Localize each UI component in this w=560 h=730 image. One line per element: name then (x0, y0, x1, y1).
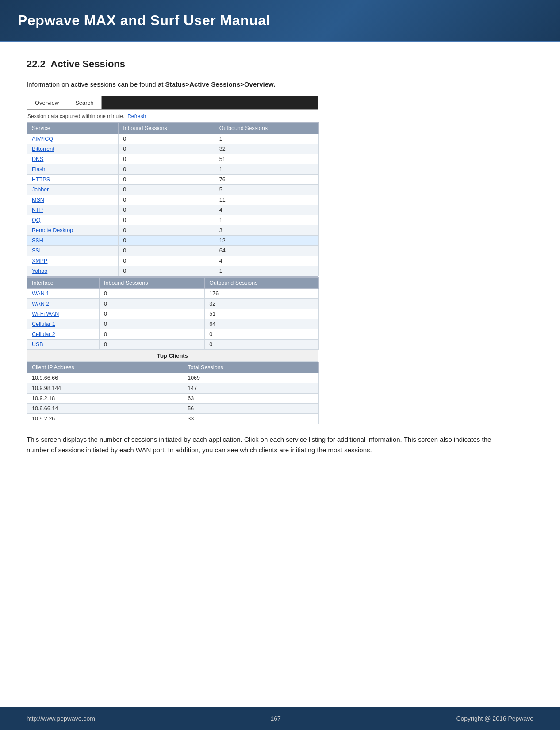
client-sessions: 63 (183, 394, 319, 404)
client-table-row: 10.9.66.14 56 (27, 404, 319, 414)
client-ip: 10.9.2.26 (27, 414, 183, 424)
service-link[interactable]: DNS (32, 156, 43, 162)
service-link[interactable]: MSN (32, 197, 44, 203)
interface-outbound: 0 (205, 340, 319, 350)
interface-link[interactable]: Cellular 1 (32, 321, 55, 327)
service-link[interactable]: Yahoo (32, 268, 47, 274)
service-name: Yahoo (27, 266, 119, 276)
client-table-row: 10.9.2.26 33 (27, 414, 319, 424)
service-link[interactable]: Flash (32, 166, 46, 172)
service-table-row: SSH 0 12 (27, 236, 319, 246)
inbound-value: 0 (119, 195, 215, 205)
footer-url[interactable]: http://www.pepwave.com (27, 715, 95, 722)
total-sessions-header: Total Sessions (183, 362, 319, 373)
service-table-row: DNS 0 51 (27, 154, 319, 164)
service-link[interactable]: SSL (32, 248, 42, 254)
service-table-row: Flash 0 1 (27, 164, 319, 175)
interface-link[interactable]: Wi-Fi WAN (32, 311, 59, 317)
interface-name: Wi-Fi WAN (27, 309, 100, 319)
service-table-row: Bittorrent 0 32 (27, 144, 319, 154)
client-table-row: 10.9.66.66 1069 (27, 373, 319, 383)
interface-name: WAN 1 (27, 289, 100, 299)
outbound-value: 1 (215, 164, 318, 175)
service-link[interactable]: QQ (32, 217, 40, 223)
service-table-row: NTP 0 4 (27, 205, 319, 215)
service-name: AIM/ICQ (27, 134, 119, 144)
outbound-col-header: Outbound Sessions (215, 123, 318, 134)
service-link[interactable]: HTTPS (32, 176, 50, 183)
interface-outbound: 64 (205, 319, 319, 329)
service-link[interactable]: Remote Desktop (32, 227, 73, 233)
footer: http://www.pepwave.com 167 Copyright @ 2… (0, 707, 560, 730)
service-col-header: Service (27, 123, 119, 134)
outbound-value: 3 (215, 225, 318, 236)
service-name: MSN (27, 195, 119, 205)
interface-outbound: 176 (205, 289, 319, 299)
service-link[interactable]: XMPP (32, 258, 47, 264)
section-number: 22.2 (27, 58, 46, 69)
inbound-value: 0 (119, 225, 215, 236)
tab-overview[interactable]: Overview (27, 96, 67, 109)
service-link[interactable]: Bittorrent (32, 146, 54, 152)
inbound-value: 0 (119, 236, 215, 246)
service-table-row: Yahoo 0 1 (27, 266, 319, 276)
interface-table-wrapper: Interface Inbound Sessions Outbound Sess… (27, 277, 318, 350)
interface-outbound-header: Outbound Sessions (205, 278, 319, 289)
tab-search[interactable]: Search (67, 96, 102, 109)
section-title: 22.2 Active Sessions (27, 58, 533, 73)
interface-inbound: 0 (100, 289, 205, 299)
service-name: XMPP (27, 256, 119, 266)
tab-bar: Overview Search (27, 96, 318, 110)
service-table: Service Inbound Sessions Outbound Sessio… (27, 122, 319, 276)
outbound-value: 1 (215, 215, 318, 225)
client-sessions: 56 (183, 404, 319, 414)
inbound-col-header: Inbound Sessions (119, 123, 215, 134)
service-table-wrapper: Service Inbound Sessions Outbound Sessio… (27, 122, 318, 277)
service-name: SSL (27, 246, 119, 256)
inbound-value: 0 (119, 185, 215, 195)
client-sessions: 33 (183, 414, 319, 424)
outbound-value: 4 (215, 205, 318, 215)
interface-inbound-header: Inbound Sessions (100, 278, 205, 289)
refresh-link[interactable]: Refresh (127, 113, 146, 119)
interface-col-header: Interface (27, 278, 100, 289)
interface-inbound: 0 (100, 319, 205, 329)
inbound-value: 0 (119, 134, 215, 144)
interface-name: WAN 2 (27, 299, 100, 309)
outbound-value: 4 (215, 256, 318, 266)
service-link[interactable]: NTP (32, 207, 43, 213)
service-link[interactable]: Jabber (32, 187, 49, 193)
section-name: Active Sessions (50, 58, 125, 69)
inbound-value: 0 (119, 164, 215, 175)
service-table-row: SSL 0 64 (27, 246, 319, 256)
interface-link[interactable]: WAN 1 (32, 290, 49, 297)
interface-inbound: 0 (100, 309, 205, 319)
interface-link[interactable]: WAN 2 (32, 301, 49, 307)
outbound-value: 11 (215, 195, 318, 205)
service-link[interactable]: SSH (32, 237, 43, 244)
client-ip: 10.9.2.18 (27, 394, 183, 404)
interface-link[interactable]: Cellular 2 (32, 331, 55, 337)
outbound-value: 76 (215, 175, 318, 185)
service-name: Flash (27, 164, 119, 175)
outbound-value: 64 (215, 246, 318, 256)
service-link[interactable]: AIM/ICQ (32, 136, 53, 142)
outbound-value: 32 (215, 144, 318, 154)
interface-table: Interface Inbound Sessions Outbound Sess… (27, 277, 319, 350)
intro-paragraph: Information on active sessions can be fo… (27, 80, 533, 88)
description-text: This screen displays the number of sessi… (27, 434, 513, 455)
interface-link[interactable]: USB (32, 341, 43, 348)
footer-copyright: Copyright @ 2016 Pepwave (456, 715, 533, 722)
outbound-value: 51 (215, 154, 318, 164)
interface-inbound: 0 (100, 340, 205, 350)
service-name: NTP (27, 205, 119, 215)
service-table-row: AIM/ICQ 0 1 (27, 134, 319, 144)
interface-name: USB (27, 340, 100, 350)
service-table-row: Remote Desktop 0 3 (27, 225, 319, 236)
client-ip: 10.9.66.14 (27, 404, 183, 414)
inbound-value: 0 (119, 246, 215, 256)
interface-table-row: WAN 1 0 176 (27, 289, 319, 299)
interface-outbound: 32 (205, 299, 319, 309)
inbound-value: 0 (119, 175, 215, 185)
top-clients-label: Top Clients (27, 350, 318, 362)
